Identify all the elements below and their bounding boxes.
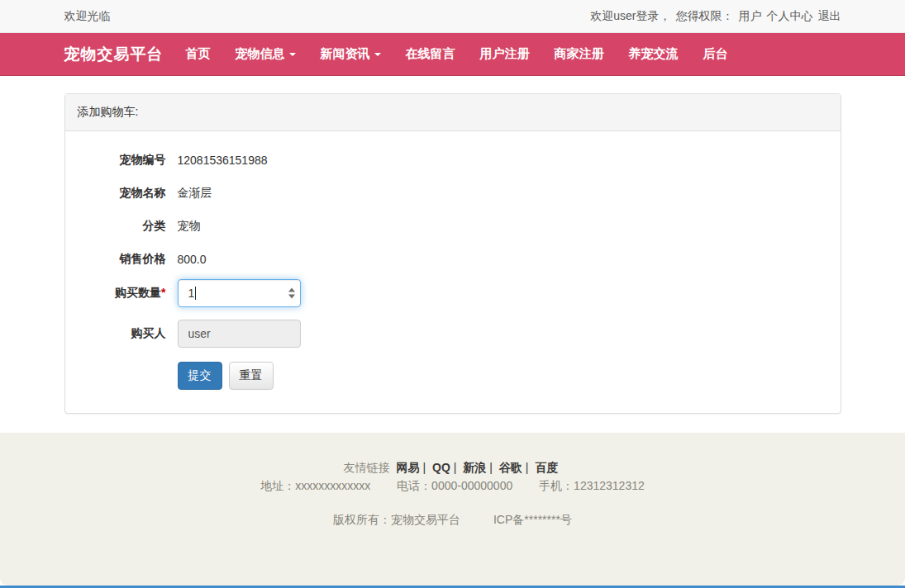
add-cart-form: 宠物编号 12081536151988 宠物名称 金渐层 分类 宠物 销售价格 … — [65, 131, 841, 413]
friend-links-title: 友情链接 — [344, 461, 390, 474]
category-value: 宠物 — [178, 219, 201, 234]
link-baidu[interactable]: 百度 — [535, 461, 558, 474]
pet-id-label: 宠物编号 — [78, 153, 166, 168]
price-row: 销售价格 800.0 — [78, 243, 828, 276]
nav-item-label: 用户注册 — [480, 46, 530, 62]
nav-item-user-register[interactable]: 用户注册 — [468, 33, 542, 75]
quantity-input-wrap: 1 — [178, 279, 301, 307]
nav-menu: 首页 宠物信息 新闻资讯 在线留言 用户注册 商家注册 养宠交流 后台 — [174, 33, 741, 75]
link-netease[interactable]: 网易 — [396, 461, 419, 474]
nav-item-label: 宠物信息 — [236, 46, 285, 62]
nav-item-label: 养宠交流 — [629, 46, 679, 62]
link-separator: | — [526, 461, 529, 474]
nav-item-label: 在线留言 — [406, 46, 455, 62]
permission-label: 您得权限： — [676, 9, 734, 24]
nav-item-message-board[interactable]: 在线留言 — [393, 33, 468, 75]
panel-title: 添加购物车: — [65, 94, 841, 131]
nav-item-merchant-register[interactable]: 商家注册 — [542, 33, 617, 75]
caret-down-icon — [289, 53, 296, 56]
mobile-label: 手机： — [539, 479, 574, 492]
submit-button[interactable]: 提交 — [178, 362, 222, 390]
form-actions: 提交 重置 — [178, 362, 828, 390]
logout-link[interactable]: 退出 — [818, 9, 841, 24]
link-separator: | — [454, 461, 457, 474]
link-separator: | — [422, 461, 426, 474]
quantity-stepper[interactable]: 1 — [178, 279, 301, 307]
link-separator: | — [489, 461, 493, 474]
topbar: 欢迎光临 欢迎user登录， 您得权限： 用户 个人中心 退出 — [0, 0, 905, 33]
page-footer: 友情链接 网易| QQ| 新浪| 谷歌| 百度 地址：xxxxxxxxxxxxx… — [0, 433, 905, 586]
link-google[interactable]: 谷歌 — [499, 461, 522, 474]
copyright-text: 版权所有：宠物交易平台 — [333, 513, 460, 526]
nav-item-label: 后台 — [703, 46, 728, 62]
number-spinner-icon[interactable] — [288, 288, 295, 299]
buyer-row: 购买人 — [78, 320, 828, 348]
nav-item-label: 首页 — [186, 46, 211, 62]
friend-links: 友情链接 网易| QQ| 新浪| 谷歌| 百度 — [0, 458, 905, 477]
nav-item-label: 商家注册 — [555, 46, 604, 62]
quantity-row: 购买数量* 1 — [78, 279, 828, 307]
pet-id-value: 12081536151988 — [178, 154, 268, 167]
link-sina[interactable]: 新浪 — [463, 461, 486, 474]
nav-item-home[interactable]: 首页 — [174, 33, 223, 75]
pet-name-row: 宠物名称 金渐层 — [78, 177, 828, 210]
footer-contact-line: 地址：xxxxxxxxxxxxx 电话：0000-00000000 手机：123… — [0, 477, 905, 495]
quantity-label-text: 购买数量 — [115, 286, 161, 299]
profile-link[interactable]: 个人中心 — [767, 9, 813, 24]
main-content: 添加购物车: 宠物编号 12081536151988 宠物名称 金渐层 分类 宠… — [0, 93, 905, 414]
copyright-line: 版权所有：宠物交易平台 ICP备********号 — [0, 510, 905, 529]
pet-id-row: 宠物编号 12081536151988 — [78, 144, 828, 177]
main-navbar: 宠物交易平台 首页 宠物信息 新闻资讯 在线留言 用户注册 商家注册 养宠交流 … — [0, 33, 905, 76]
nav-item-pet-forum[interactable]: 养宠交流 — [617, 33, 691, 75]
buyer-label: 购买人 — [78, 326, 166, 341]
caret-down-icon — [374, 53, 381, 56]
spinner-up-icon[interactable] — [288, 288, 295, 292]
phone: 电话：0000-00000000 — [397, 479, 512, 492]
pet-name-label: 宠物名称 — [78, 186, 166, 201]
user-greeting: 欢迎user登录， — [590, 9, 670, 24]
nav-item-admin[interactable]: 后台 — [691, 33, 741, 75]
nav-item-label: 新闻资讯 — [321, 46, 370, 62]
spinner-down-icon[interactable] — [288, 295, 295, 299]
required-star: * — [161, 286, 165, 299]
brand-link[interactable]: 宠物交易平台 — [64, 44, 164, 65]
category-label: 分类 — [78, 219, 166, 234]
phone-label: 电话： — [397, 479, 431, 492]
address-value: xxxxxxxxxxxxx — [295, 479, 370, 492]
mobile: 手机：12312312312 — [539, 479, 645, 492]
address: 地址：xxxxxxxxxxxxx — [260, 479, 370, 492]
mobile-value: 12312312312 — [574, 479, 645, 492]
quantity-value: 1 — [188, 287, 195, 300]
quantity-label: 购买数量* — [78, 286, 166, 301]
phone-value: 0000-00000000 — [431, 479, 512, 492]
welcome-text: 欢迎光临 — [64, 9, 111, 24]
nav-item-pet-info[interactable]: 宠物信息 — [223, 33, 308, 75]
link-qq[interactable]: QQ — [432, 461, 450, 474]
category-row: 分类 宠物 — [78, 210, 828, 243]
address-label: 地址： — [260, 479, 295, 492]
reset-button[interactable]: 重置 — [229, 362, 274, 390]
user-role: 用户 — [739, 9, 762, 24]
nav-item-news[interactable]: 新闻资讯 — [308, 33, 393, 75]
pet-name-value: 金渐层 — [178, 186, 212, 201]
icp-text: ICP备********号 — [493, 513, 572, 526]
price-label: 销售价格 — [78, 252, 166, 267]
price-value: 800.0 — [178, 253, 207, 266]
text-cursor — [195, 287, 196, 300]
buyer-field — [178, 320, 301, 348]
add-cart-panel: 添加购物车: 宠物编号 12081536151988 宠物名称 金渐层 分类 宠… — [64, 93, 841, 414]
